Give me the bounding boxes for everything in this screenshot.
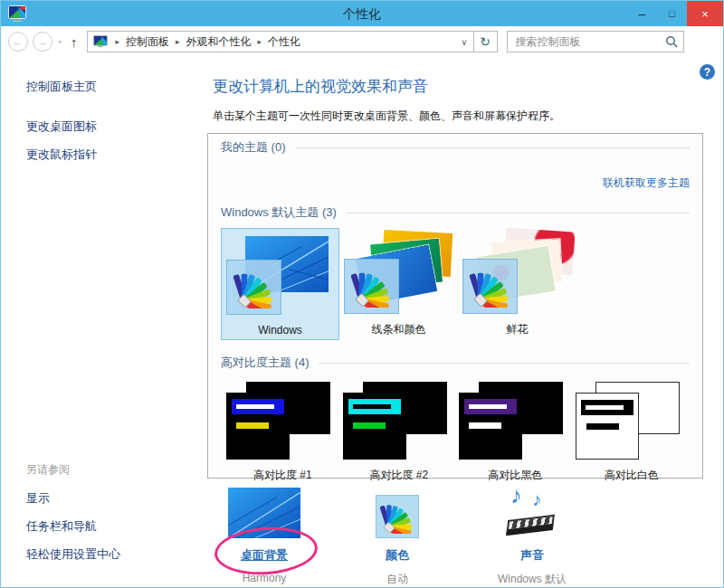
theme-label: 高对比度 #1 <box>224 468 341 483</box>
personalization-app-icon <box>8 5 26 22</box>
see-also-header: 另请参阅 <box>26 462 120 478</box>
sidebar-item-change-desktop-icons[interactable]: 更改桌面图标 <box>26 119 205 135</box>
desktop-background-link[interactable]: 桌面背景 <box>241 547 288 564</box>
page-description: 单击某个主题可一次性同时更改桌面背景、颜色、声音和屏幕保护程序。 <box>213 109 723 124</box>
hc-preview-titlebar <box>348 399 401 414</box>
close-button[interactable]: × <box>687 1 723 26</box>
search-input[interactable] <box>516 35 665 48</box>
breadcrumb-separator-icon: ▸ <box>252 37 269 46</box>
theme-label: 线条和颜色 <box>339 322 458 337</box>
hc-preview-titlebar <box>232 399 284 414</box>
search-icon[interactable] <box>665 35 678 48</box>
hc-preview-line <box>353 422 386 429</box>
hc-preview-titlebar <box>464 399 517 414</box>
breadcrumb-personalization[interactable]: 个性化 <box>268 34 300 50</box>
color-value: 自动 <box>386 572 408 587</box>
theme-color-fan-icon <box>344 259 399 314</box>
windows-themes-row: Windows <box>221 228 690 340</box>
sound-icon[interactable]: ♪ ♪ <box>505 488 559 538</box>
page-title: 更改计算机上的视觉效果和声音 <box>213 76 723 97</box>
hc-preview-front <box>576 393 639 460</box>
title-bar: 个性化 – □ × <box>1 1 723 26</box>
hc-preview-titlebar <box>581 400 634 415</box>
hc-preview-line <box>586 423 619 430</box>
refresh-button[interactable]: ↻ <box>474 31 498 52</box>
sidebar-item-control-panel-home[interactable]: 控制面板主页 <box>26 79 205 95</box>
personalization-window: 个性化 – □ × ← → ▾ ↑ ▸ 控制面板 ▸ 外观和个性化 ▸ 个性化 … <box>0 0 724 588</box>
high-contrast-header: 高对比度主题 (4) <box>221 355 690 371</box>
breadcrumb-control-panel[interactable]: 控制面板 <box>126 34 169 50</box>
theme-high-contrast-black[interactable]: 高对比黑色 <box>457 382 574 485</box>
forward-button[interactable]: → <box>33 32 52 52</box>
desktop-background-shortcut: 桌面背景 Harmony <box>205 486 323 584</box>
breadcrumb-separator-icon: ▸ <box>110 37 127 46</box>
theme-label: 高对比度 #2 <box>341 468 458 483</box>
themes-box: 我的主题 (0) 联机获取更多主题 Windows 默认主题 (3) <box>207 133 703 479</box>
window-controls: – □ × <box>627 1 723 26</box>
theme-color-fan-icon <box>226 260 281 315</box>
sidebar-item-display[interactable]: 显示 <box>26 490 120 507</box>
theme-label: 鲜花 <box>458 322 576 337</box>
theme-lines-and-colors[interactable]: 线条和颜色 <box>339 228 458 340</box>
sidebar-item-taskbar-navigation[interactable]: 任务栏和导航 <box>26 518 120 535</box>
windows-themes-header: Windows 默认主题 (3) <box>221 204 690 221</box>
recent-pages-dropdown-icon[interactable]: ▾ <box>58 38 62 46</box>
address-location-icon <box>93 35 108 48</box>
theme-windows[interactable]: Windows <box>221 228 339 340</box>
theme-high-contrast-2[interactable]: 高对比度 #2 <box>341 382 458 485</box>
sidebar: 控制面板主页 更改桌面图标 更改鼠标指针 另请参阅 显示 任务栏和导航 轻松使用… <box>1 57 205 587</box>
theme-color-fan-icon <box>462 259 518 314</box>
maximize-button[interactable]: □ <box>657 1 687 26</box>
theme-settings-shortcuts: 桌面背景 Harmony <box>205 486 600 587</box>
color-shortcut: 颜色 自动 <box>343 486 452 587</box>
theme-flowers[interactable]: 鲜花 <box>458 228 576 340</box>
see-also-group: 另请参阅 显示 任务栏和导航 轻松使用设置中心 <box>26 462 120 574</box>
desktop-background-value: Harmony <box>243 572 287 584</box>
get-more-themes-link[interactable]: 联机获取更多主题 <box>603 176 690 189</box>
back-button[interactable]: ← <box>8 32 28 52</box>
help-icon[interactable]: ? <box>700 64 715 80</box>
sound-shortcut: ♪ ♪ 声音 Windows 默认 <box>464 486 600 587</box>
content-area: 控制面板主页 更改桌面图标 更改鼠标指针 另请参阅 显示 任务栏和导航 轻松使用… <box>1 57 723 587</box>
sound-value: Windows 默认 <box>498 572 567 587</box>
sound-link[interactable]: 声音 <box>520 547 544 564</box>
address-bar[interactable]: ▸ 控制面板 ▸ 外观和个性化 ▸ 个性化 ∨ <box>87 31 474 52</box>
minimize-button[interactable]: – <box>627 1 657 26</box>
theme-high-contrast-1[interactable]: 高对比度 #1 <box>224 382 341 485</box>
hc-preview-line <box>469 422 501 429</box>
sidebar-item-change-mouse-pointers[interactable]: 更改鼠标指针 <box>26 147 205 163</box>
my-themes-header: 我的主题 (0) <box>221 139 690 156</box>
theme-high-contrast-white[interactable]: 高对比白色 <box>574 382 691 485</box>
hc-preview-line <box>236 422 269 429</box>
theme-label: Windows <box>222 324 338 337</box>
theme-label: 高对比黑色 <box>457 468 574 483</box>
address-dropdown-icon[interactable]: ∨ <box>461 37 467 47</box>
hc-preview-front <box>226 393 290 460</box>
navigation-bar: ← → ▾ ↑ ▸ 控制面板 ▸ 外观和个性化 ▸ 个性化 ∨ ↻ <box>1 26 723 57</box>
search-box <box>507 31 684 52</box>
up-button[interactable]: ↑ <box>71 34 78 50</box>
high-contrast-row: 高对比度 #1 高对比度 #2 <box>221 382 690 485</box>
color-link[interactable]: 颜色 <box>386 547 409 564</box>
breadcrumb-separator-icon: ▸ <box>169 37 186 46</box>
desktop-background-thumbnail[interactable] <box>228 488 300 538</box>
theme-label: 高对比白色 <box>574 468 691 483</box>
online-link-row: 联机获取更多主题 <box>221 174 690 191</box>
hc-preview-front <box>343 393 406 460</box>
color-fan-icon[interactable] <box>376 495 419 538</box>
hc-preview-front <box>459 393 522 460</box>
sidebar-item-ease-of-access[interactable]: 轻松使用设置中心 <box>26 546 120 563</box>
window-title: 个性化 <box>1 1 723 26</box>
breadcrumb-appearance[interactable]: 外观和个性化 <box>186 34 252 50</box>
